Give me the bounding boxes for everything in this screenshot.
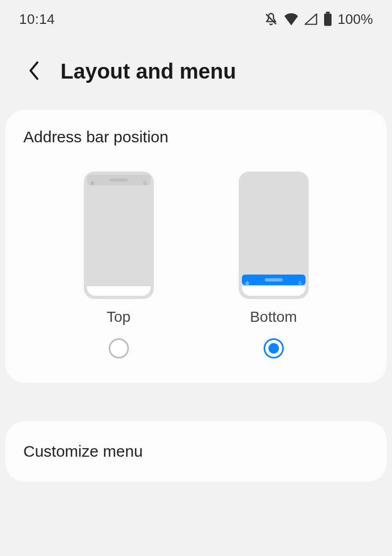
url-pill — [110, 178, 128, 182]
option-label-bottom: Bottom — [250, 309, 297, 326]
customize-menu-card[interactable]: Customize menu — [5, 421, 387, 482]
option-top[interactable]: Top — [84, 172, 154, 358]
mute-icon — [264, 12, 278, 27]
status-time: 10:14 — [19, 11, 55, 28]
svg-rect-1 — [326, 12, 329, 14]
battery-percentage: 100% — [338, 11, 373, 28]
back-button[interactable] — [23, 61, 45, 82]
refresh-icon — [143, 178, 147, 182]
phone-preview-top — [84, 172, 154, 299]
url-pill — [265, 278, 283, 281]
section-title-address-bar: Address bar position — [5, 110, 387, 152]
option-bottom[interactable]: Bottom — [239, 172, 309, 358]
toolbar-strip — [242, 286, 306, 296]
wifi-icon — [284, 13, 299, 25]
star-icon — [90, 178, 94, 182]
address-bar-options: Top Bottom — [5, 152, 387, 383]
address-bar-preview-bottom — [242, 275, 306, 285]
chevron-left-icon — [28, 61, 40, 82]
svg-rect-2 — [324, 14, 332, 26]
star-icon — [245, 278, 249, 282]
address-bar-position-card: Address bar position Top — [5, 110, 387, 383]
svg-marker-3 — [90, 182, 93, 185]
status-right: 100% — [264, 11, 373, 28]
cell-signal-icon — [304, 13, 318, 25]
toolbar-strip — [87, 286, 151, 296]
page-title: Layout and menu — [60, 59, 236, 83]
radio-dot — [268, 343, 279, 354]
refresh-icon — [298, 278, 302, 282]
battery-icon — [323, 12, 333, 27]
phone-preview-bottom — [239, 172, 309, 299]
radio-bottom[interactable] — [264, 338, 284, 358]
customize-menu-item[interactable]: Customize menu — [5, 421, 387, 482]
option-label-top: Top — [107, 309, 130, 326]
radio-top[interactable] — [109, 338, 129, 358]
svg-marker-4 — [245, 281, 248, 285]
status-bar: 10:14 100% — [0, 0, 392, 38]
address-bar-preview-top — [87, 175, 151, 185]
page-header: Layout and menu — [0, 38, 392, 110]
